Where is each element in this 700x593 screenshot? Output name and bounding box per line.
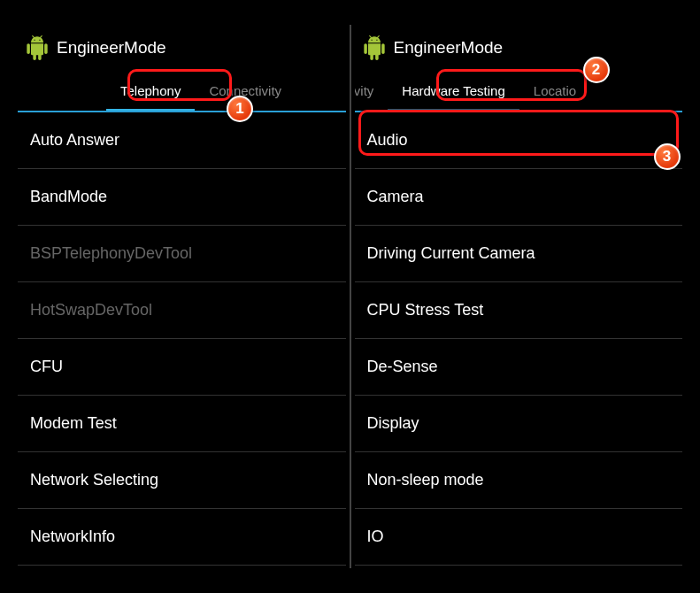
screen-separator [350, 25, 351, 568]
android-icon [25, 35, 50, 60]
screen-telephony: EngineerMode Telephony Connectivity Auto… [18, 25, 346, 568]
list-item[interactable]: NetworkInfo [18, 509, 346, 566]
app-header: EngineerMode [355, 25, 683, 71]
tab-connectivity-partial[interactable]: ectivity [355, 71, 388, 111]
app-title: EngineerMode [394, 38, 504, 58]
list-item[interactable]: IO [355, 509, 683, 566]
screen-hardware-testing: EngineerMode ectivity Hardware Testing L… [355, 25, 683, 568]
tab-bar: Telephony Connectivity [18, 71, 346, 112]
list-item[interactable]: Modem Test [18, 396, 346, 452]
app-header: EngineerMode [18, 25, 346, 71]
android-icon [362, 35, 387, 60]
list-item[interactable]: Driving Current Camera [355, 226, 683, 282]
list-item[interactable]: BandMode [18, 169, 346, 226]
list-item[interactable]: Camera [355, 169, 683, 226]
list-item[interactable]: Auto Answer [18, 112, 346, 169]
list-item[interactable]: Display [355, 396, 683, 452]
list-item[interactable]: CPU Stress Test [355, 282, 683, 339]
menu-list: Audio Camera Driving Current Camera CPU … [355, 112, 683, 568]
list-item[interactable]: CFU [18, 339, 346, 396]
menu-list: Auto Answer BandMode BSPTelephonyDevTool… [18, 112, 346, 568]
tab-location-partial[interactable]: Locatio [519, 71, 590, 111]
tab-hardware-testing[interactable]: Hardware Testing [388, 71, 519, 112]
list-item[interactable]: HotSwapDevTool [18, 282, 346, 339]
list-item[interactable]: Non-sleep mode [355, 452, 683, 509]
list-item[interactable]: Network Selecting [18, 452, 346, 509]
list-item-audio[interactable]: Audio [355, 112, 683, 169]
tab-bar: ectivity Hardware Testing Locatio [355, 71, 683, 112]
list-item[interactable]: De-Sense [355, 339, 683, 396]
app-title: EngineerMode [57, 38, 166, 58]
tab-telephony[interactable]: Telephony [106, 71, 195, 112]
tab-connectivity[interactable]: Connectivity [195, 71, 296, 111]
list-item[interactable]: BSPTelephonyDevTool [18, 226, 346, 282]
